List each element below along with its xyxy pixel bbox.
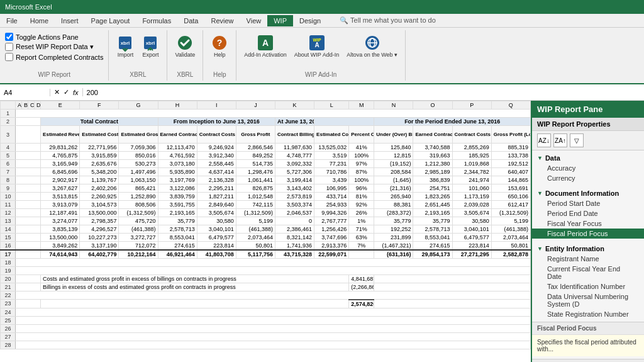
row-10: 10 3,513,815 2,260,925 1,252,890 3,839,7…	[1, 193, 531, 201]
col-earned-contract-revenue: Earned Contract Revenue	[158, 126, 197, 144]
row-18: 18	[1, 259, 531, 267]
menu-view[interactable]: View	[240, 15, 268, 26]
rownum-1: 1	[1, 110, 16, 118]
menu-file[interactable]: File	[0, 15, 24, 26]
title-bar: Microsoft Excel	[0, 0, 644, 14]
menu-insert[interactable]: Insert	[55, 15, 85, 26]
row-6: 6 3,165,949 2,635,676 530,273 3,073,180 …	[1, 160, 531, 168]
row-25: 25	[1, 316, 531, 324]
spreadsheet[interactable]: A B C D E F G H I J K L M N O	[0, 101, 531, 362]
tree-item-fiscal-period-focus[interactable]: Fiscal Period Focus	[532, 229, 644, 239]
col-C[interactable]: C	[28, 101, 35, 110]
tree-item-duns[interactable]: Data Universal Numbering System (D	[532, 291, 644, 309]
tree-section-entity: ▼ Entity Information Registrant Name Cur…	[532, 241, 644, 322]
altova-web-label: Altova on the Web ▾	[347, 52, 397, 58]
tree-item-state-reg[interactable]: State Registration Number	[532, 309, 644, 319]
menu-page-layout[interactable]: Page Layout	[85, 15, 136, 26]
ribbon-validate-items: Validate	[172, 33, 197, 70]
col-Q[interactable]: Q	[491, 101, 530, 110]
row-21: 21 Billings in excess of costs and estim…	[1, 283, 531, 291]
cell-reference[interactable]: A4	[0, 89, 50, 96]
menu-design[interactable]: Design	[293, 15, 327, 26]
confirm-formula-icon[interactable]: ✓	[64, 88, 69, 96]
col-E[interactable]: E	[41, 101, 80, 110]
export-icon: xbrl	[142, 34, 159, 52]
reset-wip-checkbox[interactable]: Reset WIP Report Data ▾	[5, 43, 103, 51]
insert-function-icon[interactable]: fx	[73, 89, 79, 96]
ribbon-group-label-xbrl: XBRL	[114, 70, 162, 78]
sort-az-button[interactable]: AZ↓	[537, 133, 551, 147]
col-O[interactable]: O	[413, 101, 452, 110]
addin-activation-icon: A	[257, 34, 274, 52]
col-N[interactable]: N	[374, 101, 413, 110]
ribbon-group-wip-report: Toggle Actions Pane Reset WIP Report Dat…	[0, 30, 109, 81]
menu-data[interactable]: Data	[177, 15, 204, 26]
help-button[interactable]: ? Help	[208, 33, 231, 59]
col-M[interactable]: M	[349, 101, 374, 110]
col-L[interactable]: L	[314, 101, 349, 110]
tree-item-tax-id[interactable]: Tax Identification Number	[532, 281, 644, 291]
col-under-over-billings: Under (Over) Billings	[374, 126, 413, 144]
menu-wip[interactable]: WIP	[267, 15, 293, 26]
tree-item-period-start[interactable]: Period Start Date	[532, 198, 644, 208]
tree-header-entity[interactable]: ▼ Entity Information	[532, 244, 644, 254]
panel-toolbar: AZ↓ ZA↑ ▽	[532, 131, 644, 150]
row-19: 19	[1, 267, 531, 275]
col-contract-billings: Contract Billings	[275, 126, 314, 144]
help-search: 🔍 Tell me what you want to do	[340, 16, 436, 25]
tree-item-fiscal-year-focus[interactable]: Fiscal Year Focus	[532, 218, 644, 229]
formula-input[interactable]: 200	[83, 89, 644, 96]
col-D[interactable]: D	[35, 101, 41, 110]
tree-item-currency[interactable]: Currency	[532, 173, 644, 183]
col-G[interactable]: G	[119, 101, 158, 110]
app-title: Microsoft Excel	[5, 3, 52, 11]
total-contract-header: Total Contract	[41, 118, 158, 126]
ribbon-addin-items: A Add-In Activation WIP A About WIP Add-…	[242, 33, 400, 70]
report-completed-checkbox[interactable]: Report Completed Contracts	[5, 53, 103, 61]
col-I[interactable]: I	[197, 101, 236, 110]
menu-formulas[interactable]: Formulas	[136, 15, 177, 26]
ribbon-xbrl-items: xbrl Import xbrl Export	[114, 33, 162, 70]
row-16: 16 3,849,262 3,137,190 712,072 274,615 2…	[1, 242, 531, 251]
tree-item-fy-end[interactable]: Current Fiscal Year End Date	[532, 264, 644, 281]
menu-review[interactable]: Review	[204, 15, 240, 26]
formula-icons: ✕ ✓ fx	[50, 88, 83, 96]
row-3: 3 Estimated Revenue Estimated Costs Esti…	[1, 126, 531, 144]
col-P[interactable]: P	[452, 101, 491, 110]
col-K[interactable]: K	[275, 101, 314, 110]
tree-header-data[interactable]: ▼ Data	[532, 153, 644, 163]
row-22: 22	[1, 291, 531, 300]
col-A[interactable]: A	[16, 101, 22, 110]
tree-header-doc-info[interactable]: ▼ Document Information	[532, 188, 644, 198]
validate-button[interactable]: Validate	[172, 33, 197, 59]
toggle-actions-checkbox[interactable]: Toggle Actions Pane	[5, 33, 103, 41]
altova-web-button[interactable]: Altova on the Web ▾	[344, 33, 400, 59]
col-header-row: A B C D E F G H I J K L M N O	[1, 101, 531, 110]
col-B[interactable]: B	[22, 101, 28, 110]
at-date-header: At June 13, 2016	[275, 118, 314, 126]
validate-icon	[176, 34, 194, 52]
addin-activation-button[interactable]: A Add-In Activation	[242, 33, 289, 59]
filter-button[interactable]: ▽	[570, 133, 584, 147]
row-2: 2 Total Contract From Inception to June …	[1, 118, 531, 126]
menu-bar: File Home Insert Page Layout Formulas Da…	[0, 14, 644, 28]
col-H[interactable]: H	[158, 101, 197, 110]
col-J[interactable]: J	[236, 101, 275, 110]
sort-za-button[interactable]: ZA↑	[553, 133, 567, 147]
tree-item-registrant[interactable]: Registrant Name	[532, 254, 644, 264]
import-button[interactable]: xbrl Import	[114, 33, 136, 59]
svg-text:A: A	[314, 42, 319, 48]
panel-subtitle: WIP Report Properties	[532, 118, 644, 131]
col-F[interactable]: F	[80, 101, 119, 110]
about-wip-button[interactable]: WIP A About WIP Add-In	[292, 33, 341, 59]
tree-item-period-end[interactable]: Period End Date	[532, 208, 644, 218]
col-earned-revenue2: Earned Contract Revenue	[413, 126, 452, 144]
menu-home[interactable]: Home	[24, 15, 55, 26]
cancel-formula-icon[interactable]: ✕	[54, 88, 60, 96]
export-button[interactable]: xbrl Export	[139, 33, 162, 59]
summary-label-1: Costs and estimated gross profit in exce…	[41, 275, 349, 283]
row-7: 7 6,845,696 5,348,200 1,497,496 5,935,89…	[1, 168, 531, 176]
tree-arrow-entity: ▼	[537, 246, 543, 252]
row-12: 12 12,187,491 13,500,000 (1,312,509) 2,1…	[1, 209, 531, 217]
tree-item-accuracy[interactable]: Accuracy	[532, 163, 644, 173]
